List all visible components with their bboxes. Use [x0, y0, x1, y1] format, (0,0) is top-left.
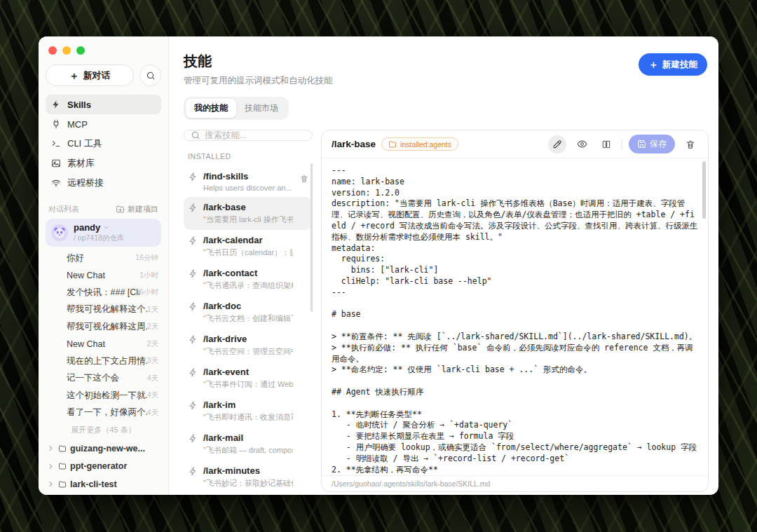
sidebar-item-remote-bridge[interactable]: 远程桥接 [46, 173, 161, 193]
chat-item[interactable]: 你好16分钟 [46, 250, 161, 267]
skill-item-lark-calendar[interactable]: /lark-calendar"飞书日历（calendar）：提供... [184, 230, 313, 263]
list-scrollbar[interactable] [311, 163, 313, 312]
bolt-icon [189, 401, 198, 410]
chat-title: 看了一下，好像两个... [67, 407, 147, 418]
chat-item[interactable]: 看了一下，好像两个...4天 [46, 404, 161, 422]
chat-item[interactable]: New Chat2天 [46, 336, 161, 353]
sidebar-search-button[interactable] [139, 64, 161, 86]
bolt-icon [189, 467, 198, 476]
skill-description: "飞书事件订阅：通过 WebSoc... [203, 379, 293, 390]
skill-name: /lark-event [203, 367, 293, 377]
folder-list: guizang-new-we...ppt-generatorlark-cli-t… [46, 439, 161, 493]
folder-item-ppt-generator[interactable]: ppt-generator [46, 458, 161, 476]
project-selector[interactable]: pandy / op7418的仓库 [46, 219, 161, 247]
plug-icon [51, 119, 61, 129]
sidebar-item-cli-tools[interactable]: CLI 工具 [46, 134, 161, 154]
folder-label: lark-cli-test [70, 479, 117, 489]
trash-icon [686, 139, 695, 149]
chat-time: 4天 [147, 408, 158, 418]
skill-description: "当需要用 lark-cli 操作飞书多... [203, 214, 293, 225]
bolt-icon [189, 203, 198, 212]
tab-skill-market[interactable]: 技能市场 [236, 99, 287, 118]
skill-item-lark-base[interactable]: /lark-base"当需要用 lark-cli 操作飞书多... [184, 197, 313, 230]
app-window: ＋ 新对话 SkillsMCPCLI 工具素材库远程桥接 对话列表 新建项目 p… [39, 36, 718, 495]
skill-item-lark-mail[interactable]: /lark-mail"飞书邮箱 — draft, compose, ... [184, 428, 313, 461]
pencil-icon [552, 139, 562, 149]
chat-item[interactable]: 这个初始检测一下就...4天 [46, 387, 161, 404]
installed-label: INSTALLED [188, 152, 308, 161]
save-button[interactable]: 保存 [629, 135, 675, 154]
settings-button[interactable]: 设置 [46, 493, 161, 496]
sidebar-item-assets[interactable]: 素材库 [46, 154, 161, 173]
chat-title: 记一下这个会 [67, 372, 119, 384]
chat-time: 3天 [147, 356, 158, 366]
new-chat-button[interactable]: ＋ 新对话 [46, 64, 134, 86]
sidebar-item-mcp[interactable]: MCP [46, 114, 161, 134]
chat-title: 你好 [67, 252, 84, 264]
chat-title: 帮我可视化解释这个... [67, 303, 147, 315]
tab-my-skills[interactable]: 我的技能 [186, 99, 236, 118]
expand-more-button[interactable]: 展开更多（45 条） [46, 421, 161, 438]
sidebar-item-label: 素材库 [67, 157, 95, 170]
skill-detail-card: /lark-base installed:agents [321, 130, 709, 492]
skill-description: Helps users discover an... [203, 184, 292, 192]
plus-icon: ＋ [648, 60, 658, 69]
skill-description: "飞书日历（calendar）：提供... [203, 247, 293, 258]
skill-name: /lark-doc [203, 301, 293, 311]
folder-item-guizang-new-we[interactable]: guizang-new-we... [46, 439, 161, 458]
search-icon [146, 71, 156, 81]
main-content: 技能 管理可复用的提示词模式和自动化技能 ＋ 新建技能 我的技能技能市场 INS… [169, 36, 718, 495]
sidebar-item-label: CLI 工具 [67, 137, 102, 150]
editor-scrollbar[interactable] [702, 161, 706, 219]
chat-title: 帮我可视化解释这周... [67, 321, 147, 333]
skill-description: "飞书邮箱 — draft, compose, ... [203, 445, 293, 456]
close-window-button[interactable] [48, 46, 57, 55]
skill-item-lark-contact[interactable]: /lark-contact"飞书通讯录：查询组织架构、... [184, 263, 313, 296]
chat-time: 2天 [147, 322, 158, 332]
chevron-right-icon [47, 480, 55, 488]
folder-icon [58, 462, 67, 470]
skill-editor[interactable]: --- name: lark-base version: 1.2.0 descr… [322, 158, 708, 475]
chat-time: 16分钟 [135, 253, 158, 263]
minimize-window-button[interactable] [62, 46, 71, 55]
page-subtitle: 管理可复用的提示词模式和自动化技能 [184, 75, 709, 87]
chat-item[interactable]: 现在的上下文占用情...3天 [46, 353, 161, 370]
search-icon [191, 130, 200, 140]
skill-description: "飞书妙记：获取妙记基础信息... [203, 478, 293, 489]
chat-title: New Chat [67, 271, 105, 280]
zoom-window-button[interactable] [76, 46, 85, 55]
skill-title: /lark-base [332, 139, 376, 149]
chat-item[interactable]: 帮我可视化解释这周...2天 [46, 318, 161, 336]
skill-item-lark-im[interactable]: /lark-im"飞书即时通讯：收发消息和管... [184, 395, 313, 428]
chat-item[interactable]: 记一下这个会4天 [46, 370, 161, 388]
skill-item-lark-minutes[interactable]: /lark-minutes"飞书妙记：获取妙记基础信息... [184, 461, 313, 493]
new-project-button[interactable]: 新建项目 [116, 204, 158, 214]
sidebar-item-skills[interactable]: Skills [46, 95, 161, 114]
columns-icon [601, 139, 611, 149]
skills-list-panel: INSTALLED /find-skillsHelps users discov… [184, 130, 313, 495]
chat-item[interactable]: New Chat1小时 [46, 267, 161, 285]
bolt-icon [189, 434, 198, 443]
skill-description: "飞书云空间：管理云空间中的... [203, 346, 293, 357]
skill-item-lark-doc[interactable]: /lark-doc"飞书云文档：创建和编辑飞书... [184, 296, 313, 329]
skill-item-find-skills[interactable]: /find-skillsHelps users discover an... [184, 166, 313, 197]
eye-icon [577, 139, 587, 149]
folder-item-lark-cli-test[interactable]: lark-cli-test [46, 475, 161, 493]
skill-item-lark-openapi-explorer[interactable]: /lark-openapi-explorer"飞书/Lark 原生 OpenAP… [184, 493, 313, 495]
chat-item[interactable]: 发个快讯：### [Cla...6小时 [46, 284, 161, 301]
split-view-button[interactable] [597, 135, 615, 154]
delete-skill-icon-button[interactable] [300, 175, 308, 185]
window-controls [46, 36, 161, 55]
new-skill-button[interactable]: ＋ 新建技能 [639, 53, 707, 76]
chat-item[interactable]: 帮我可视化解释这个...1天 [46, 301, 161, 319]
sidebar-item-label: 远程桥接 [67, 177, 104, 189]
wifi-icon [51, 178, 61, 188]
skill-item-lark-drive[interactable]: /lark-drive"飞书云空间：管理云空间中的... [184, 329, 313, 362]
edit-button[interactable] [548, 135, 566, 154]
detail-header: /lark-base installed:agents [322, 130, 708, 158]
skill-search-input[interactable] [205, 130, 306, 140]
delete-skill-button[interactable] [681, 135, 700, 154]
skill-item-lark-event[interactable]: /lark-event"飞书事件订阅：通过 WebSoc... [184, 362, 313, 395]
preview-button[interactable] [573, 135, 591, 154]
folder-icon [58, 480, 67, 489]
